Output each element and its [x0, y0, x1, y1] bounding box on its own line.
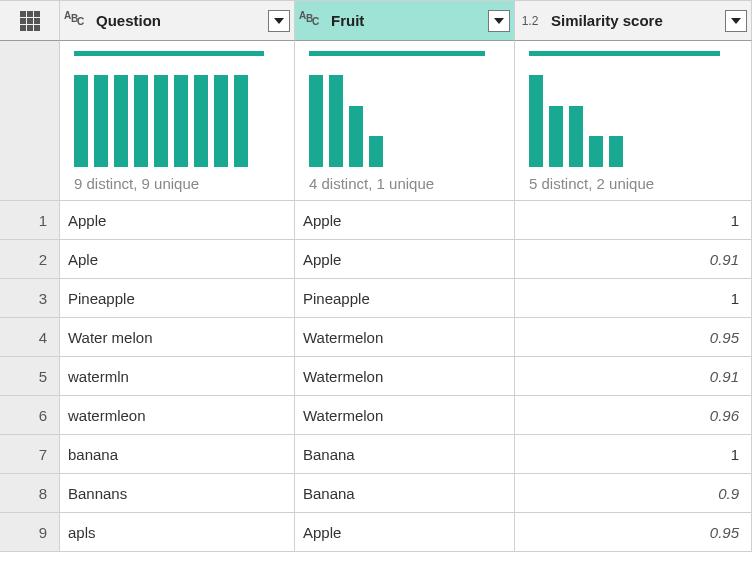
histogram-bar [194, 75, 208, 167]
type-icon-decimal: 1.2 [517, 14, 543, 28]
column-header-similarity-score[interactable]: 1.2 Similarity score [515, 1, 752, 41]
column-name: Similarity score [547, 12, 725, 29]
histogram [529, 66, 737, 167]
cell-fruit[interactable]: Apple [295, 201, 515, 240]
chevron-down-icon [731, 18, 741, 24]
cell-question[interactable]: Aple [60, 240, 295, 279]
chevron-down-icon [494, 18, 504, 24]
histogram-bar [234, 75, 248, 167]
cell-fruit[interactable]: Banana [295, 435, 515, 474]
cell-question[interactable]: Apple [60, 201, 295, 240]
histogram-bar [549, 106, 563, 167]
histogram-bar [94, 75, 108, 167]
histogram-bar [569, 106, 583, 167]
cell-question[interactable]: banana [60, 435, 295, 474]
row-number[interactable]: 5 [0, 357, 60, 396]
cell-similarity-score[interactable]: 0.95 [515, 318, 752, 357]
row-number[interactable]: 9 [0, 513, 60, 552]
row-number[interactable]: 7 [0, 435, 60, 474]
histogram-bar [309, 75, 323, 167]
chevron-down-icon [274, 18, 284, 24]
cell-similarity-score[interactable]: 1 [515, 201, 752, 240]
quality-bar [309, 51, 485, 56]
cell-similarity-score[interactable]: 0.9 [515, 474, 752, 513]
row-number[interactable]: 2 [0, 240, 60, 279]
cell-question[interactable]: watermleon [60, 396, 295, 435]
histogram-bar [174, 75, 188, 167]
cell-fruit[interactable]: Apple [295, 513, 515, 552]
cell-question[interactable]: watermln [60, 357, 295, 396]
row-number[interactable]: 8 [0, 474, 60, 513]
column-profile-similarity-score[interactable]: 5 distinct, 2 unique [515, 41, 752, 201]
filter-button-fruit[interactable] [488, 10, 510, 32]
column-name: Question [92, 12, 268, 29]
cell-question[interactable]: apls [60, 513, 295, 552]
column-profile-fruit[interactable]: 4 distinct, 1 unique [295, 41, 515, 201]
filter-button-question[interactable] [268, 10, 290, 32]
histogram-bar [114, 75, 128, 167]
cell-fruit[interactable]: Banana [295, 474, 515, 513]
histogram-bar [349, 106, 363, 167]
row-number[interactable]: 4 [0, 318, 60, 357]
histogram-bar [214, 75, 228, 167]
cell-fruit[interactable]: Apple [295, 240, 515, 279]
cell-question[interactable]: Bannans [60, 474, 295, 513]
profile-caption: 9 distinct, 9 unique [74, 175, 280, 192]
histogram-bar [74, 75, 88, 167]
profile-caption: 4 distinct, 1 unique [309, 175, 500, 192]
row-number[interactable]: 1 [0, 201, 60, 240]
cell-fruit[interactable]: Watermelon [295, 396, 515, 435]
column-name: Fruit [327, 12, 488, 29]
histogram-bar [134, 75, 148, 167]
column-header-question[interactable]: A B C Question [60, 1, 295, 41]
histogram [309, 66, 500, 167]
cell-similarity-score[interactable]: 1 [515, 279, 752, 318]
column-header-fruit[interactable]: A B C Fruit [295, 1, 515, 41]
quality-bar [74, 51, 264, 56]
type-icon-text: A B C [297, 13, 323, 29]
cell-similarity-score[interactable]: 0.96 [515, 396, 752, 435]
column-profile-question[interactable]: 9 distinct, 9 unique [60, 41, 295, 201]
filter-button-similarity-score[interactable] [725, 10, 747, 32]
select-all-corner[interactable] [0, 1, 60, 41]
cell-fruit[interactable]: Watermelon [295, 318, 515, 357]
cell-question[interactable]: Water melon [60, 318, 295, 357]
histogram [74, 66, 280, 167]
histogram-bar [529, 75, 543, 167]
type-icon-text: A B C [62, 13, 88, 29]
row-number[interactable]: 6 [0, 396, 60, 435]
cell-fruit[interactable]: Watermelon [295, 357, 515, 396]
histogram-bar [589, 136, 603, 167]
cell-similarity-score[interactable]: 0.91 [515, 357, 752, 396]
row-number[interactable]: 3 [0, 279, 60, 318]
profile-caption: 5 distinct, 2 unique [529, 175, 737, 192]
cell-similarity-score[interactable]: 0.91 [515, 240, 752, 279]
histogram-bar [609, 136, 623, 167]
table-icon [20, 11, 40, 31]
quality-bar [529, 51, 720, 56]
cell-similarity-score[interactable]: 1 [515, 435, 752, 474]
data-grid: A B C Question A B C Fruit 1.2 Similarit… [0, 0, 752, 552]
cell-similarity-score[interactable]: 0.95 [515, 513, 752, 552]
profile-corner [0, 41, 60, 201]
histogram-bar [329, 75, 343, 167]
cell-fruit[interactable]: Pineapple [295, 279, 515, 318]
histogram-bar [369, 136, 383, 167]
histogram-bar [154, 75, 168, 167]
cell-question[interactable]: Pineapple [60, 279, 295, 318]
